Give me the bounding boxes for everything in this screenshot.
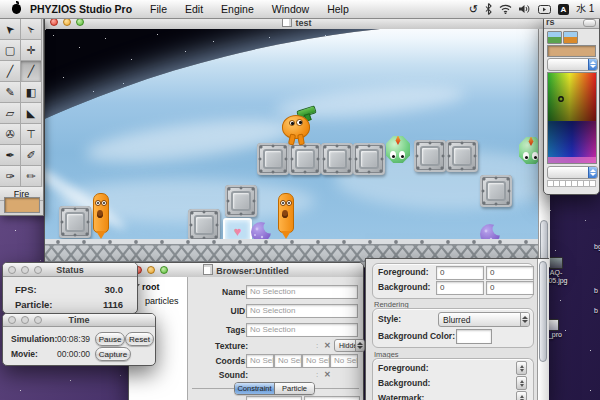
- level-canvas[interactable]: [45, 29, 538, 267]
- green-blob-creature[interactable]: [386, 136, 410, 163]
- tags-field[interactable]: No Selection: [246, 323, 358, 337]
- reset-button[interactable]: Reset: [125, 332, 154, 346]
- menu-file[interactable]: File: [141, 3, 176, 15]
- tool-spray[interactable]: ⊤: [21, 124, 42, 145]
- desktop-icon-label-fragment[interactable]: bg: [594, 243, 600, 250]
- style-popup[interactable]: Blurred: [438, 312, 530, 327]
- movie-label: Movie:: [11, 349, 38, 359]
- field-label: Sound:: [198, 370, 248, 380]
- menu-engine[interactable]: Engine: [212, 3, 263, 15]
- images-watermark-stepper[interactable]: [516, 391, 527, 400]
- tool-eraser[interactable]: ▱: [0, 103, 21, 124]
- desktop-icon-label-fragment[interactable]: b: [594, 287, 598, 294]
- metal-block[interactable]: [225, 185, 257, 217]
- tool-direct-select[interactable]: ➢: [21, 19, 42, 40]
- palette-popup[interactable]: [547, 166, 598, 179]
- texture-visibility-popup[interactable]: Hidden: [334, 339, 365, 352]
- tab-particle[interactable]: Particle: [275, 383, 314, 394]
- images-background-label: Background:: [378, 378, 430, 388]
- clear-sound-button[interactable]: ✕: [324, 370, 331, 379]
- tree-item-particles[interactable]: particles: [145, 296, 179, 306]
- player-character[interactable]: [282, 111, 312, 141]
- browser-window[interactable]: Browser:Untitled root particles Name: No…: [128, 262, 364, 400]
- vertical-scrollbar[interactable]: [537, 259, 549, 400]
- menu-edit[interactable]: Edit: [176, 3, 212, 15]
- toolbar-toggle-button[interactable]: [583, 19, 596, 27]
- metal-block[interactable]: [188, 209, 220, 241]
- coord-field-w[interactable]: No Selec: [302, 354, 330, 368]
- display-icon[interactable]: [538, 2, 551, 16]
- color-spectrum[interactable]: [547, 72, 597, 164]
- coord-field-h[interactable]: No Selec: [330, 354, 358, 368]
- pause-button[interactable]: Pause: [95, 332, 125, 346]
- metal-block[interactable]: [446, 140, 478, 172]
- center-field-2[interactable]: No Selection: [304, 396, 360, 400]
- particle-value: 1116: [65, 299, 123, 310]
- scrollbar-thumb[interactable]: [539, 261, 547, 362]
- background-color-well[interactable]: [456, 329, 492, 344]
- apple-menu-icon[interactable]: [12, 4, 21, 14]
- browser-form: Name: No Selection UID: No Selection Tag…: [188, 277, 363, 400]
- colors-panel-window[interactable]: rs: [543, 15, 600, 195]
- desktop-icon-label-fragment[interactable]: b: [594, 307, 598, 314]
- metal-block[interactable]: [59, 206, 91, 238]
- menu-help[interactable]: Help: [318, 3, 358, 15]
- metal-block[interactable]: [414, 140, 446, 172]
- images-background-stepper[interactable]: [516, 376, 527, 390]
- tool-pen[interactable]: ✎: [0, 82, 21, 103]
- background-field-2[interactable]: 0: [486, 281, 534, 295]
- metal-block[interactable]: [480, 175, 512, 207]
- separator-colon: :: [316, 370, 318, 379]
- file-icon[interactable]: [549, 257, 563, 269]
- capture-button[interactable]: Capture: [95, 347, 131, 361]
- tool-palette[interactable]: ➤ ➢ ▢ ✛ ╱ ╱ ✎ ◧ ▱ ◣ ✇ ⊤ ✒ ✐ ✑ ✏ Fire: [0, 18, 44, 216]
- inspector-panel[interactable]: Foreground: 0 0 Background: 0 0 Renderin…: [365, 258, 549, 400]
- carrot-character[interactable]: [93, 193, 109, 239]
- tool-select[interactable]: ➤: [0, 19, 21, 40]
- center-field-1[interactable]: No Selection: [246, 396, 302, 400]
- color-mode-popup[interactable]: [547, 58, 598, 71]
- tool-move[interactable]: ✛: [21, 40, 42, 61]
- wifi-icon[interactable]: [499, 2, 512, 16]
- tool-fountain-pen[interactable]: ✒: [0, 145, 21, 166]
- tool-marker[interactable]: ✑: [0, 166, 21, 187]
- metal-block[interactable]: [289, 143, 321, 175]
- menu-window[interactable]: Window: [263, 3, 318, 15]
- time-machine-icon[interactable]: ↺: [469, 2, 478, 16]
- tab-constraint[interactable]: Constraint: [235, 383, 275, 394]
- uid-field[interactable]: No Selection: [246, 304, 358, 318]
- tool-screw[interactable]: ✇: [0, 124, 21, 145]
- main-document-window[interactable]: test: [44, 14, 550, 268]
- carrot-character[interactable]: [278, 193, 294, 239]
- volume-icon[interactable]: [519, 2, 531, 16]
- tool-brush[interactable]: ✐: [21, 145, 42, 166]
- tool-pencil[interactable]: ╱: [0, 61, 21, 82]
- clear-texture-button[interactable]: ✕: [324, 341, 331, 350]
- input-source-icon[interactable]: A: [558, 4, 569, 15]
- image-thumb-icon[interactable]: [563, 31, 578, 44]
- status-window[interactable]: Status FPS: 30.0 Particle: 1116: [2, 262, 138, 314]
- coord-field-x[interactable]: No Selec: [246, 354, 274, 368]
- name-field[interactable]: No Selection: [246, 285, 358, 299]
- background-field-1[interactable]: 0: [436, 281, 484, 295]
- tool-crayon[interactable]: ✏: [21, 166, 42, 187]
- image-thumb-icon[interactable]: [547, 31, 562, 44]
- tool-knife[interactable]: ◣: [21, 103, 42, 124]
- time-window[interactable]: Time Simulation: 00:08:39 Pause Reset Mo…: [2, 313, 156, 366]
- fire-color-swatch[interactable]: [4, 197, 40, 213]
- constraint-particle-tabs[interactable]: Constraint Particle: [234, 382, 315, 395]
- foreground-field-2[interactable]: 0: [486, 266, 534, 280]
- coord-field-y[interactable]: No Selec: [274, 354, 302, 368]
- metal-block[interactable]: [353, 143, 385, 175]
- tool-marquee[interactable]: ▢: [0, 40, 21, 61]
- field-label: Name:: [198, 287, 248, 297]
- metal-block[interactable]: [321, 143, 353, 175]
- foreground-field-1[interactable]: 0: [436, 266, 484, 280]
- menu-clock[interactable]: 水 1: [576, 2, 600, 16]
- tool-line[interactable]: ╱: [21, 61, 42, 82]
- menu-app-name[interactable]: PHYZIOS Studio Pro: [21, 3, 141, 15]
- metal-block[interactable]: [257, 143, 289, 175]
- bluetooth-icon[interactable]: [485, 2, 492, 16]
- tool-shape[interactable]: ◧: [21, 82, 42, 103]
- images-foreground-stepper[interactable]: [516, 361, 527, 375]
